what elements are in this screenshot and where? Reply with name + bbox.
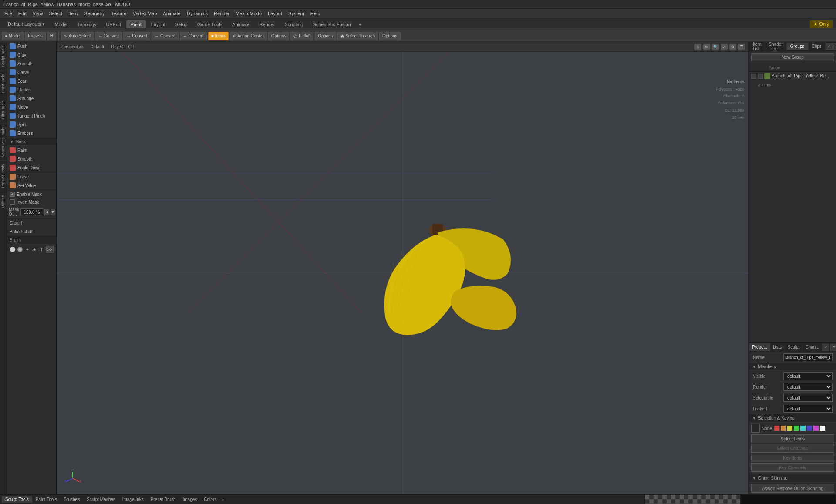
assign-onion-btn[interactable]: Assign Remove Onion Skinning [751, 484, 834, 493]
bt-tab-preset-brush[interactable]: Preset Brush [147, 496, 179, 503]
toolbar-actioncenter[interactable]: ⊕ Action Center [230, 32, 267, 40]
bt-tab-image-inks[interactable]: Image Inks [119, 496, 147, 503]
menu-vertexmap[interactable]: Vertex Map [130, 10, 160, 17]
menu-geometry[interactable]: Geometry [81, 10, 107, 17]
tab-animate[interactable]: Animate [228, 20, 254, 28]
rp-menu-icon[interactable]: ☰ [833, 43, 836, 50]
toolbar-convert4[interactable]: ↔ Convert [180, 32, 207, 40]
tab-uvedit[interactable]: UVEdit [102, 20, 125, 28]
toolbar-options3[interactable]: Options [379, 32, 400, 40]
toolbar-convert2[interactable]: ↔ Convert [123, 32, 150, 40]
tool-flatten[interactable]: Flatten [7, 85, 56, 94]
pb-tab-channels[interactable]: Chan... [802, 343, 822, 351]
prop-name-value[interactable] [783, 353, 833, 361]
mask-opacity-decrease[interactable]: ◄ [44, 209, 49, 215]
pb-expand-icon[interactable]: ⤢ [823, 344, 829, 351]
prop-locked-value[interactable]: default on off [783, 405, 833, 413]
left-tab-prelude[interactable]: Prelude Tools [0, 160, 7, 191]
new-group-btn[interactable]: New Group [751, 53, 834, 61]
tab-scripting[interactable]: Scripting [280, 20, 308, 28]
members-section[interactable]: ▼Members [749, 363, 836, 371]
bt-tab-colors[interactable]: Colors [200, 496, 220, 503]
sk-color-white[interactable] [819, 425, 826, 431]
viewport-canvas[interactable]: X Y Z No Items Polygons : Face Channels:… [57, 52, 748, 494]
tool-erase[interactable]: Erase [7, 172, 56, 181]
menu-animate[interactable]: Animate [160, 10, 183, 17]
tab-layout[interactable]: Layout [147, 20, 170, 28]
rp-tab-clips[interactable]: Clips [809, 43, 826, 50]
toolbar-convert3[interactable]: ↔ Convert [152, 32, 179, 40]
left-tab-paint[interactable]: Paint Tools [0, 70, 7, 97]
add-layout-tab[interactable]: + [356, 20, 364, 28]
invert-mask-checkbox[interactable]: Invert Mask [7, 198, 56, 206]
prop-selectable-select[interactable]: default on off [783, 394, 833, 402]
brush-shape-4[interactable]: ★ [31, 246, 37, 253]
layout-presets[interactable]: Default Layouts ▾ [3, 20, 50, 28]
pb-tab-lists[interactable]: Lists [770, 343, 785, 351]
tool-move[interactable]: Move [7, 103, 56, 111]
tab-gametools[interactable]: Game Tools [193, 20, 227, 28]
vp-raygl[interactable]: Ray GL: Off [111, 44, 134, 49]
left-tab-sculpt[interactable]: Sculpt Tools [0, 42, 7, 70]
toolbar-model[interactable]: ● Model [2, 32, 24, 40]
bt-tab-sculpt[interactable]: Sculpt Tools [2, 496, 32, 503]
prop-name-input[interactable] [783, 353, 833, 361]
enable-mask-checkbox[interactable]: Enable Mask [7, 190, 56, 198]
sk-color-green[interactable] [793, 425, 799, 431]
star-only-btn[interactable]: ★ Only [810, 20, 833, 28]
mask-opacity-menu[interactable]: ▼ [51, 209, 55, 215]
menu-layout[interactable]: Layout [265, 10, 285, 17]
vp-refresh-icon[interactable]: ↻ [703, 44, 710, 50]
menu-file[interactable]: File [2, 10, 15, 17]
menu-render[interactable]: Render [211, 10, 232, 17]
tool-clay[interactable]: Clay [7, 50, 56, 59]
tool-mask-paint[interactable]: Paint [7, 146, 56, 155]
brush-shape-3[interactable]: ✦ [24, 246, 30, 253]
menu-help[interactable]: Help [308, 10, 323, 17]
menu-dynamics[interactable]: Dynamics [184, 10, 210, 17]
vp-settings-icon[interactable]: ⚙ [729, 44, 736, 50]
tool-mask-smooth[interactable]: Smooth [7, 155, 56, 163]
prop-locked-select[interactable]: default on off [783, 405, 833, 413]
vp-menu-icon[interactable]: ☰ [738, 44, 745, 50]
bt-tab-sculpt-meshes[interactable]: Sculpt Meshes [83, 496, 119, 503]
tab-setup[interactable]: Setup [171, 20, 192, 28]
pb-tab-properties[interactable]: Prope... [749, 343, 770, 351]
tool-carve[interactable]: Carve [7, 68, 56, 77]
prop-visible-select[interactable]: default on off [783, 372, 833, 380]
prop-render-value[interactable]: default on off [783, 383, 833, 391]
tab-schematic[interactable]: Schematic Fusion [308, 20, 355, 28]
tool-push[interactable]: Push [7, 42, 56, 50]
tool-smudge[interactable]: Smudge [7, 94, 56, 103]
brush-circle-hard[interactable] [10, 246, 16, 253]
sk-color-orange[interactable] [780, 425, 786, 431]
brush-circle-soft[interactable] [17, 246, 23, 253]
toolbar-options1[interactable]: Options [268, 32, 289, 40]
rp-tab-itemlist[interactable]: Item List [749, 42, 765, 53]
gi-eye-icon[interactable] [751, 74, 756, 79]
menu-item[interactable]: Item [66, 10, 80, 17]
pb-menu-icon[interactable]: ☰ [830, 344, 836, 351]
bt-tab-add[interactable]: + [220, 496, 226, 503]
tool-setvalue[interactable]: Set Value [7, 181, 56, 190]
vp-search-icon[interactable]: 🔍 [712, 44, 719, 50]
vp-perspective[interactable]: Perspective [61, 44, 83, 49]
rp-expand-icon[interactable]: ⤢ [826, 43, 833, 50]
bt-tab-images[interactable]: Images [179, 496, 201, 503]
sk-section-header[interactable]: ▼ Selection & Keying [749, 414, 836, 422]
viewport[interactable]: Perspective Default Ray GL: Off ⌂ ↻ 🔍 ⤢ … [57, 42, 749, 494]
bt-tab-paint[interactable]: Paint Tools [32, 496, 61, 503]
bake-falloff-btn[interactable]: Bake Falloff [7, 227, 56, 236]
left-tab-utilities[interactable]: Utilities [0, 192, 7, 212]
brush-expand-btn[interactable]: >> [46, 246, 54, 253]
tab-paint[interactable]: Paint [126, 20, 146, 28]
brush-shape-5[interactable]: T [39, 246, 45, 253]
clear-mask-btn[interactable]: Clear [ [7, 218, 56, 227]
toolbar-options2[interactable]: Options [315, 32, 336, 40]
menu-view[interactable]: View [30, 10, 46, 17]
tool-smooth[interactable]: Smooth [7, 59, 56, 68]
menu-edit[interactable]: Edit [16, 10, 29, 17]
tool-mask-scaledown[interactable]: Scale Down [7, 163, 56, 172]
group-item-bananas[interactable]: Branch_of_Ripe_Yellow_Ba... [749, 72, 836, 81]
rp-tab-shadertree[interactable]: Shader Tree [765, 42, 786, 53]
